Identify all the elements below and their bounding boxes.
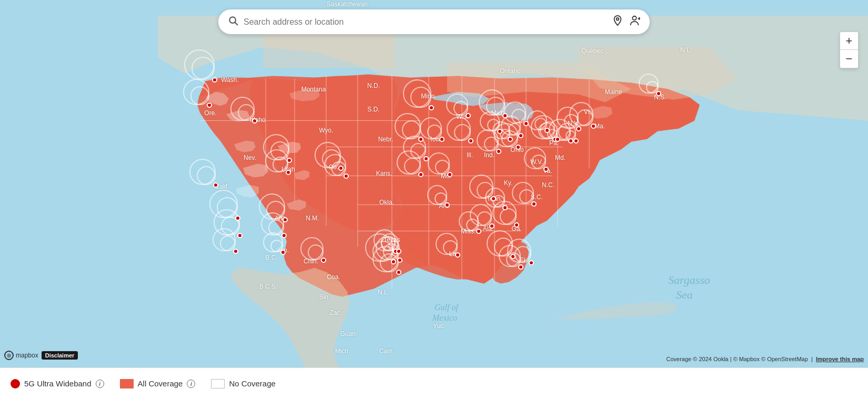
coverage-dot-33: [491, 196, 496, 201]
5g-info-icon[interactable]: i: [96, 380, 104, 388]
legend-item-no-coverage: No Coverage: [211, 379, 275, 388]
coverage-dot-52: [555, 137, 560, 142]
no-coverage-label: No Coverage: [229, 379, 275, 388]
coverage-ring-inner-21: [410, 87, 431, 108]
zoom-out-button[interactable]: −: [840, 50, 858, 68]
coverage-ring-inner-6: [238, 104, 255, 121]
svg-text:Gulf of: Gulf of: [435, 303, 459, 312]
coverage-ring-inner-0: [191, 57, 215, 80]
coverage-dot-1: [207, 103, 212, 108]
coverage-dot-17: [396, 270, 401, 275]
coverage-dot-26: [523, 121, 529, 126]
legend-item-all-coverage: All Coverage i: [120, 379, 196, 388]
coverage-dot-23: [447, 172, 452, 177]
coverage-dot-36: [531, 201, 537, 207]
coverage-dot-18: [418, 137, 423, 142]
coverage-dot-12: [338, 166, 344, 171]
search-input[interactable]: [244, 17, 607, 27]
coverage-ring-inner-2: [197, 166, 216, 185]
coverage-dot-34: [502, 205, 508, 210]
coverage-dot-24: [468, 138, 473, 144]
coverage-dot-28: [466, 113, 471, 118]
coverage-dot-2: [213, 182, 218, 188]
coverage-dot-54: [529, 260, 534, 265]
coverage-dot-4: [237, 233, 243, 238]
coverage-dot-7: [287, 158, 292, 163]
coverage-dot-32: [508, 137, 513, 142]
legend-item-5g: 5G Ultra Wideband i: [11, 379, 104, 388]
coverage-dot-6: [252, 118, 257, 124]
copyright-label: Coverage © 2024 Ookla | © Mapbox © OpenS…: [667, 356, 808, 362]
coverage-dot-19: [423, 156, 429, 161]
disclaimer-button[interactable]: Disclaimer: [42, 351, 78, 360]
coverage-dot-22: [439, 137, 445, 142]
coverage-dot-10: [281, 233, 287, 238]
all-coverage-swatch: [120, 379, 134, 388]
coverage-dot-25: [502, 113, 508, 118]
mapbox-logo[interactable]: ◎ mapbox: [4, 351, 38, 360]
coverage-dot-35: [514, 222, 519, 228]
coverage-ring-inner-1: [190, 86, 209, 105]
coverage-dot-3: [235, 216, 240, 221]
svg-line-22: [235, 23, 238, 25]
5g-dot-icon: [11, 379, 20, 388]
coverage-dot-9: [282, 217, 288, 222]
coverage-dot-8: [286, 170, 291, 175]
coverage-dot-41: [591, 124, 596, 129]
zoom-controls: + −: [840, 32, 859, 68]
svg-point-23: [617, 18, 619, 21]
coverage-dot-48: [445, 202, 450, 208]
coverage-dot-43: [510, 254, 516, 259]
mapbox-name: mapbox: [16, 352, 38, 359]
coverage-ring-inner-54: [514, 246, 531, 263]
coverage-dot-31: [518, 133, 523, 138]
mapbox-logo-icon: ◎: [4, 351, 14, 360]
map-container: Sargasso Sea Gulf of Mexico Wash.Ore.Cal…: [0, 0, 868, 399]
all-coverage-info-icon[interactable]: i: [187, 380, 195, 388]
legend: 5G Ultra Wideband i All Coverage i No Co…: [0, 367, 868, 399]
svg-text:Mexico: Mexico: [432, 313, 457, 322]
coverage-dot-37: [543, 167, 549, 172]
coverage-dot-5: [233, 249, 238, 254]
svg-text:Sea: Sea: [676, 288, 693, 301]
coverage-ring-inner-41: [577, 109, 593, 126]
coverage-dot-30: [516, 145, 521, 150]
coverage-dot-42: [573, 138, 579, 144]
coverage-dot-45: [489, 223, 494, 229]
coverage-dot-14: [321, 258, 326, 263]
coverage-dot-53: [656, 91, 661, 96]
coverage-dot-11: [280, 250, 286, 255]
coverage-dot-27: [497, 129, 502, 134]
coverage-dot-49: [397, 258, 402, 263]
svg-text:Sargasso: Sargasso: [668, 273, 710, 287]
all-coverage-label: All Coverage: [138, 379, 183, 388]
search-icon: [228, 15, 238, 28]
zoom-in-button[interactable]: +: [840, 32, 858, 50]
coverage-dot-0: [212, 77, 217, 83]
coverage-ring-inner-24: [454, 124, 471, 141]
coverage-dot-40: [576, 126, 581, 131]
coverage-dot-21: [429, 105, 434, 110]
coverage-dot-13: [344, 173, 349, 179]
coverage-dot-50: [396, 249, 401, 254]
location-icon[interactable]: [612, 15, 623, 29]
coverage-dot-44: [518, 264, 523, 270]
coverage-dot-51: [544, 128, 550, 133]
5g-label: 5G Ultra Wideband: [24, 379, 92, 388]
coverage-dot-46: [476, 229, 481, 234]
coverage-dot-39: [568, 138, 573, 144]
coverage-ring-inner-20: [404, 158, 421, 175]
coverage-ring-inner-35: [500, 208, 517, 225]
search-bar: [218, 9, 650, 34]
coverage-dot-20: [418, 172, 423, 177]
coverage-dot-47: [455, 252, 460, 258]
no-coverage-swatch: [211, 379, 225, 388]
coverage-dot-29: [496, 149, 501, 154]
improve-map-link[interactable]: Improve this map: [816, 356, 864, 362]
copyright-text: Coverage © 2024 Ookla | © Mapbox © OpenS…: [667, 356, 864, 362]
coverage-dot-15: [391, 259, 396, 264]
attribution: ◎ mapbox Disclaimer: [0, 349, 82, 362]
svg-point-24: [632, 16, 636, 20]
person-icon[interactable]: [629, 15, 640, 29]
